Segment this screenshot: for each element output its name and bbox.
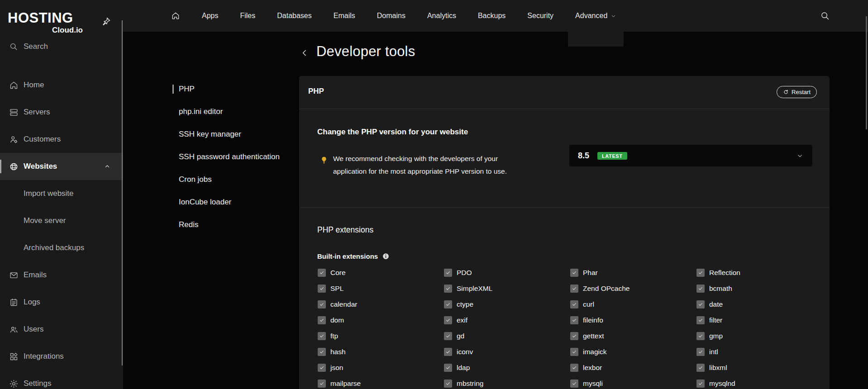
checkbox-checked[interactable] — [444, 285, 452, 293]
devnav-item-ssh-key-manager[interactable]: SSH key manager — [172, 123, 301, 146]
extension-intl[interactable]: intl — [696, 348, 823, 356]
php-version-select[interactable]: 8.5 LATEST — [569, 145, 812, 166]
checkbox-checked[interactable] — [696, 348, 705, 356]
checkbox-checked[interactable] — [318, 380, 326, 388]
sidebar-item-logs[interactable]: Logs — [0, 289, 123, 316]
extension-simplexml[interactable]: SimpleXML — [444, 285, 570, 293]
checkbox-checked[interactable] — [570, 316, 578, 324]
topnav-item-backups[interactable]: Backups — [478, 0, 506, 32]
sidebar-item-archived-backups[interactable]: Archived backups — [0, 234, 123, 261]
extension-fileinfo[interactable]: fileinfo — [570, 316, 696, 324]
extension-imagick[interactable]: imagick — [570, 348, 696, 356]
extension-mailparse[interactable]: mailparse — [318, 380, 444, 388]
checkbox-checked[interactable] — [444, 300, 452, 308]
extension-hash[interactable]: hash — [318, 348, 444, 356]
checkbox-checked[interactable] — [570, 269, 578, 277]
sidebar-item-settings[interactable]: Settings — [0, 370, 123, 389]
checkbox-checked[interactable] — [696, 300, 705, 308]
extension-filter[interactable]: filter — [696, 316, 823, 324]
sidebar-item-users[interactable]: Users — [0, 316, 123, 343]
checkbox-checked[interactable] — [570, 332, 578, 340]
extension-iconv[interactable]: iconv — [444, 348, 570, 356]
checkbox-checked[interactable] — [696, 269, 705, 277]
devnav-item-redis[interactable]: Redis — [172, 213, 301, 236]
extension-curl[interactable]: curl — [570, 300, 696, 308]
checkbox-checked[interactable] — [444, 332, 452, 340]
checkbox-checked[interactable] — [570, 364, 578, 372]
checkbox-checked[interactable] — [444, 269, 452, 277]
info-icon[interactable] — [382, 252, 390, 260]
extension-libxml[interactable]: libxml — [696, 364, 823, 372]
sidebar-item-move-server[interactable]: Move server — [0, 207, 123, 234]
extension-json[interactable]: json — [318, 364, 444, 372]
extension-calendar[interactable]: calendar — [318, 300, 444, 308]
checkbox-checked[interactable] — [570, 285, 578, 293]
extension-ftp[interactable]: ftp — [318, 332, 444, 340]
checkbox-checked[interactable] — [444, 380, 452, 388]
checkbox-checked[interactable] — [444, 364, 452, 372]
extension-mbstring[interactable]: mbstring — [444, 380, 570, 388]
sidebar-item-servers[interactable]: Servers — [0, 99, 123, 126]
topnav-item-emails[interactable]: Emails — [334, 0, 355, 32]
extension-gettext[interactable]: gettext — [570, 332, 696, 340]
restart-button[interactable]: Restart — [777, 86, 817, 98]
checkbox-checked[interactable] — [318, 316, 326, 324]
sidebar-item-import-website[interactable]: Import website — [0, 180, 123, 207]
extension-mysqli[interactable]: mysqli — [570, 380, 696, 388]
devnav-item-ssh-password-authentication[interactable]: SSH password authentication — [172, 146, 301, 168]
sidebar-scrollbar[interactable] — [122, 20, 123, 365]
checkbox-checked[interactable] — [318, 364, 326, 372]
extension-reflection[interactable]: Reflection — [696, 269, 823, 277]
devnav-item-php[interactable]: PHP — [172, 78, 301, 100]
extension-zend-opcache[interactable]: Zend OPcache — [570, 285, 696, 293]
topnav-item-databases[interactable]: Databases — [277, 0, 312, 32]
back-icon[interactable] — [300, 48, 309, 57]
extension-ldap[interactable]: ldap — [444, 364, 570, 372]
topnav-item-domains[interactable]: Domains — [377, 0, 405, 32]
extension-spl[interactable]: SPL — [318, 285, 444, 293]
sidebar-item-integrations[interactable]: Integrations — [0, 343, 123, 370]
sidebar-item-emails[interactable]: Emails — [0, 261, 123, 289]
extension-core[interactable]: Core — [318, 269, 444, 277]
checkbox-checked[interactable] — [696, 364, 705, 372]
extension-pdo[interactable]: PDO — [444, 269, 570, 277]
devnav-item-ioncube-loader[interactable]: IonCube loader — [172, 191, 301, 213]
page-scrollbar[interactable] — [866, 16, 867, 129]
checkbox-checked[interactable] — [696, 332, 705, 340]
checkbox-checked[interactable] — [696, 285, 705, 293]
checkbox-checked[interactable] — [318, 285, 326, 293]
checkbox-checked[interactable] — [318, 300, 326, 308]
sidebar-item-customers[interactable]: Customers — [0, 126, 123, 153]
checkbox-checked[interactable] — [318, 332, 326, 340]
pin-icon[interactable] — [100, 16, 111, 27]
extension-phar[interactable]: Phar — [570, 269, 696, 277]
extension-ctype[interactable]: ctype — [444, 300, 570, 308]
checkbox-checked[interactable] — [318, 348, 326, 356]
topnav-item-apps[interactable]: Apps — [202, 0, 218, 32]
extension-lexbor[interactable]: lexbor — [570, 364, 696, 372]
devnav-item-php-ini-editor[interactable]: php.ini editor — [172, 100, 301, 123]
search-icon[interactable] — [820, 11, 830, 21]
sidebar-search[interactable]: Search — [9, 42, 48, 51]
sidebar-item-websites[interactable]: Websites — [0, 153, 123, 180]
topnav-item-security[interactable]: Security — [527, 0, 553, 32]
topnav-item-files[interactable]: Files — [240, 0, 255, 32]
topnav-item-advanced[interactable]: Advanced — [575, 0, 616, 32]
checkbox-checked[interactable] — [318, 269, 326, 277]
checkbox-checked[interactable] — [570, 348, 578, 356]
checkbox-checked[interactable] — [570, 380, 578, 388]
extension-gd[interactable]: gd — [444, 332, 570, 340]
extension-gmp[interactable]: gmp — [696, 332, 823, 340]
extension-dom[interactable]: dom — [318, 316, 444, 324]
extension-exif[interactable]: exif — [444, 316, 570, 324]
checkbox-checked[interactable] — [570, 300, 578, 308]
checkbox-checked[interactable] — [696, 380, 705, 388]
topnav-item-analytics[interactable]: Analytics — [427, 0, 456, 32]
devnav-item-cron-jobs[interactable]: Cron jobs — [172, 168, 301, 191]
checkbox-checked[interactable] — [444, 316, 452, 324]
checkbox-checked[interactable] — [444, 348, 452, 356]
extension-date[interactable]: date — [696, 300, 823, 308]
extension-mysqlnd[interactable]: mysqlnd — [696, 380, 823, 388]
sidebar-item-home[interactable]: Home — [0, 71, 123, 99]
extension-bcmath[interactable]: bcmath — [696, 285, 823, 293]
